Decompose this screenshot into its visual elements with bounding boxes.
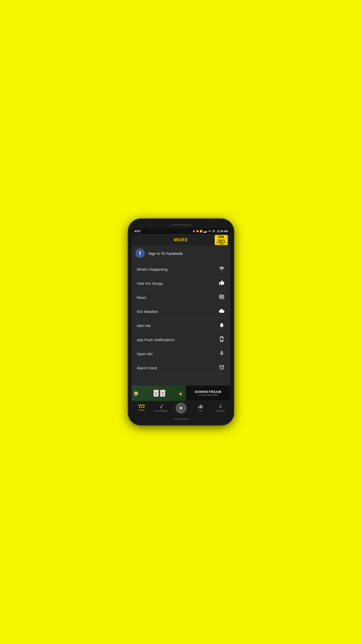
menu-item-alarm-clock[interactable]: Alarm Clock — [132, 361, 230, 375]
alarm-clock-icon — [218, 365, 225, 371]
time-label: 11:36 AM — [217, 230, 228, 233]
phone-camera — [148, 224, 150, 226]
battery-label: 79% — [207, 230, 212, 232]
phone-frame: AT&T 🔇 ⏰ 📶 ▂▄ 79% 🔋 11:36 AM MORE KIX 10… — [128, 219, 234, 425]
alarm-status-icon: ⏰ — [196, 230, 199, 232]
nav-dot-2 — [141, 407, 142, 408]
menu-item-vote-songs[interactable]: Vote For Songs — [132, 276, 230, 291]
menu-item-label: Vote For Songs — [137, 281, 163, 286]
facebook-signin-row[interactable]: f Sign In To Facebook — [132, 246, 230, 261]
status-icons: 🔇 ⏰ 📶 ▂▄ 79% 🔋 11:36 AM — [193, 230, 228, 233]
ad-cards-visual: 🎰 🃏🃏 💅 — [132, 386, 186, 401]
mute-icon: 🔇 — [193, 230, 195, 232]
app-header: MORE KIX 102.5 The 4 States' Hot Country — [132, 234, 230, 246]
news-icon — [218, 294, 225, 301]
bottom-nav: Home Now Playing Vote — [132, 401, 230, 416]
menu-item-weather[interactable]: KIX Weather — [132, 305, 230, 319]
nav-dot-3 — [143, 407, 144, 408]
logo-line3: The 4 States' Hot Country — [215, 242, 228, 245]
facebook-label: Sign In To Facebook — [148, 251, 183, 256]
battery-icon: 🔋 — [212, 230, 215, 232]
nav-item-vote[interactable]: Vote — [191, 404, 210, 412]
menu-item-label: What's Happening — [137, 267, 167, 271]
nav-item-home[interactable]: Home — [132, 405, 151, 411]
menu-item-label: Alarm Clock — [137, 366, 157, 370]
nav-now-playing-label: Now Playing — [155, 410, 168, 412]
chips-visual: 🎰 — [134, 391, 139, 396]
nav-open-mic-label: Open Mic — [216, 410, 225, 412]
menu-item-label: News — [137, 295, 146, 300]
phone-speaker — [171, 224, 191, 226]
signal-icon: ▂▄ — [203, 230, 206, 232]
ad-text-area: DOWNSTREAM CASINO RESORT — [186, 389, 230, 397]
cloud-icon — [218, 308, 225, 315]
phone-screen: AT&T 🔇 ⏰ 📶 ▂▄ 79% 🔋 11:36 AM MORE KIX 10… — [132, 228, 230, 416]
mobile-phone-icon — [218, 336, 225, 343]
microphone-icon — [218, 350, 225, 357]
wifi-icon: 📶 — [200, 230, 202, 232]
home-active-indicator — [138, 405, 145, 406]
phone-top-bar — [132, 222, 230, 227]
menu-item-alert-me[interactable]: Alert Me — [132, 319, 230, 333]
nav-dot-1 — [139, 407, 140, 408]
music-note-icon — [159, 404, 164, 409]
menu-item-push-notifications[interactable]: App Push Notifications — [132, 333, 230, 347]
header-title: MORE — [174, 238, 188, 242]
nav-item-open-mic[interactable]: Open Mic — [211, 404, 230, 412]
ad-banner[interactable]: 🎰 🃏🃏 💅 DOWNSTREAM CASINO RESORT — [132, 386, 230, 401]
menu-item-label: Alert Me — [137, 324, 151, 328]
nav-vote-label: Vote — [198, 410, 203, 412]
nav-item-play[interactable] — [171, 403, 191, 414]
ad-image: 🎰 🃏🃏 💅 — [132, 386, 186, 401]
menu-item-whats-happening[interactable]: What's Happening — [132, 262, 230, 276]
logo-line1: KIX — [215, 235, 228, 239]
svg-point-0 — [221, 270, 222, 271]
ad-sub-text: CASINO RESORT — [198, 394, 218, 396]
play-icon — [178, 406, 184, 411]
mic-nav-icon — [218, 404, 223, 409]
logo-line2: 102.5 — [215, 239, 228, 242]
carrier-label: AT&T — [134, 230, 141, 233]
ad-brand-name: DOWNSTREAM — [195, 390, 221, 394]
nav-item-now-playing[interactable]: Now Playing — [151, 404, 171, 412]
finger-visual: 💅 — [179, 391, 184, 395]
menu-item-news[interactable]: News — [132, 291, 230, 305]
menu-item-open-mic[interactable]: Open Mic — [132, 347, 230, 361]
signal-broadcast-icon — [218, 266, 225, 273]
menu-item-label: Open Mic — [137, 352, 153, 356]
home-indicator — [173, 419, 189, 420]
phone-bottom-bar — [132, 417, 230, 422]
play-button[interactable] — [175, 403, 187, 414]
logo-text: KIX 102.5 The 4 States' Hot Country — [215, 235, 228, 245]
menu-item-label: KIX Weather — [137, 309, 158, 314]
nav-home-dots — [139, 407, 144, 408]
menu-item-label: App Push Notifications — [137, 338, 175, 342]
header-logo: KIX 102.5 The 4 States' Hot Country — [215, 235, 228, 245]
thumbsup-icon — [218, 280, 225, 287]
bell-icon — [218, 322, 225, 329]
thumbsup-nav-icon — [198, 404, 203, 409]
facebook-icon: f — [135, 249, 145, 258]
cards-visual: 🃏🃏 — [152, 390, 165, 397]
status-bar: AT&T 🔇 ⏰ 📶 ▂▄ 79% 🔋 11:36 AM — [132, 228, 230, 234]
menu-list: What's Happening Vote For Songs — [132, 261, 230, 386]
nav-home-label: Home — [139, 409, 145, 411]
